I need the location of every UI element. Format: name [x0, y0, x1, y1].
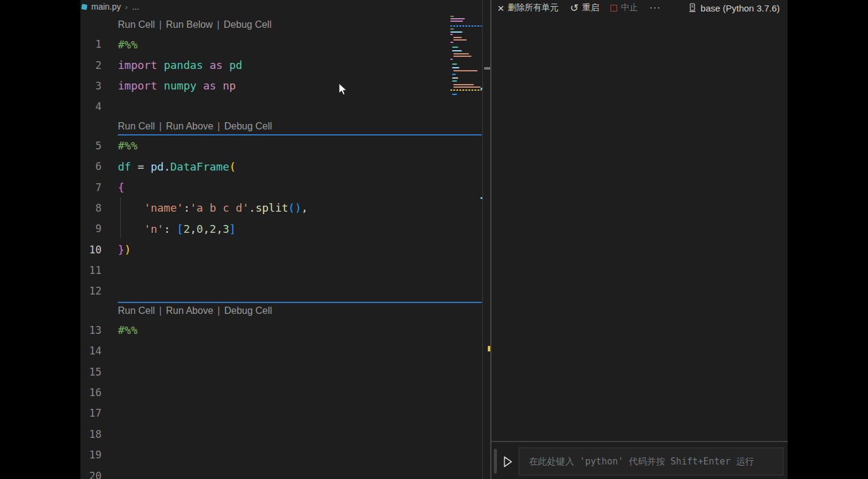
line-number[interactable]: 18 — [80, 428, 102, 440]
ellipsis-icon: ··· — [649, 2, 661, 13]
code-line[interactable]: 20 — [80, 465, 482, 479]
line-number[interactable]: 13 — [80, 324, 102, 336]
breadcrumb-symbol-ellipsis[interactable]: ... — [132, 2, 139, 11]
codelens-link-debug-cell[interactable]: Debug Cell — [224, 305, 272, 316]
editor-lines: Run Cell|Run Below|Debug Cell1#%%2import… — [80, 16, 482, 479]
codelens-link-run-cell[interactable]: Run Cell — [118, 19, 155, 30]
minimap-mark — [450, 21, 463, 22]
codelens-link-run-above[interactable]: Run Above — [166, 121, 213, 132]
code-line[interactable]: 16 — [80, 382, 482, 403]
code-text[interactable]: 'n': [2,0,2,3] — [118, 223, 236, 235]
codelens-link-run-cell[interactable]: Run Cell — [118, 121, 155, 132]
kernel-selector[interactable]: base (Python 3.7.6) — [688, 3, 780, 13]
kernel-icon — [688, 3, 696, 13]
minimap-mark — [453, 86, 481, 88]
line-number[interactable]: 10 — [80, 244, 102, 256]
line-number[interactable]: 5 — [80, 140, 102, 152]
code-text[interactable]: import pandas as pd — [118, 59, 242, 71]
input-scrollbar[interactable] — [494, 449, 497, 474]
code-line[interactable]: 3import numpy as np — [80, 76, 482, 96]
code-line[interactable]: 10}) — [80, 240, 482, 260]
minimap[interactable] — [450, 15, 482, 215]
indent-guide — [120, 197, 121, 238]
code-line[interactable]: 19 — [80, 445, 482, 465]
minimap-mark — [453, 39, 467, 41]
code-line[interactable]: 6df = pd.DataFrame( — [80, 156, 482, 177]
code-text[interactable]: df = pd.DataFrame( — [118, 160, 236, 173]
minimap-mark — [450, 18, 465, 19]
line-number[interactable]: 20 — [80, 470, 102, 479]
line-number[interactable]: 15 — [80, 366, 102, 378]
line-number[interactable]: 8 — [80, 202, 102, 214]
restart-kernel-button[interactable]: ↺ 重启 — [570, 2, 599, 13]
code-text[interactable]: { — [118, 181, 125, 194]
code-line[interactable]: 14 — [80, 341, 482, 361]
minimap-mark — [453, 53, 469, 54]
line-number[interactable]: 19 — [80, 449, 102, 461]
code-line[interactable]: 17 — [80, 403, 482, 423]
code-line[interactable]: 15 — [80, 361, 482, 382]
run-code-button[interactable] — [503, 455, 513, 468]
line-number[interactable]: 2 — [80, 59, 102, 71]
interrupt-kernel-button[interactable]: 中止 — [611, 2, 638, 13]
line-number[interactable]: 16 — [80, 386, 102, 399]
code-text[interactable]: import numpy as np — [118, 79, 236, 92]
line-number[interactable]: 17 — [80, 407, 102, 419]
codelens-separator: | — [217, 19, 219, 30]
cell-divider — [118, 302, 482, 303]
restart-icon: ↺ — [570, 3, 578, 13]
delete-all-cells-button[interactable]: × 删除所有单元 — [497, 2, 559, 14]
interrupt-label: 中止 — [621, 2, 638, 13]
breadcrumb[interactable]: main.py › ... — [80, 0, 139, 13]
more-actions-button[interactable]: ··· — [649, 2, 661, 13]
line-number[interactable]: 1 — [80, 38, 102, 50]
stop-icon — [611, 5, 617, 11]
panel-toolbar: × 删除所有单元 ↺ 重启 中止 ··· base — [491, 0, 788, 16]
code-line[interactable]: 8 'name':'a b c d'.split(), — [80, 198, 482, 218]
line-number[interactable]: 4 — [80, 100, 102, 112]
code-line[interactable]: 12 — [80, 281, 482, 301]
codelens-separator: | — [218, 121, 220, 132]
overview-ruler[interactable] — [482, 0, 491, 479]
codelens-link-run-below[interactable]: Run Below — [166, 19, 213, 30]
line-number[interactable]: 14 — [80, 345, 102, 357]
codelens-link-debug-cell[interactable]: Debug Cell — [224, 19, 271, 30]
mouse-cursor — [338, 83, 348, 96]
codelens-link-debug-cell[interactable]: Debug Cell — [224, 121, 272, 132]
code-line[interactable]: 1#%% — [80, 34, 482, 54]
line-number[interactable]: 12 — [80, 285, 102, 297]
code-text[interactable]: #%% — [118, 324, 138, 336]
minimap-mark — [450, 16, 454, 17]
minimap-mark — [450, 28, 454, 30]
code-line[interactable]: 13#%% — [80, 320, 482, 341]
line-number[interactable]: 6 — [80, 160, 102, 172]
line-number[interactable]: 3 — [80, 80, 102, 92]
line-number[interactable]: 11 — [80, 264, 102, 276]
code-line[interactable]: 2import pandas as pd — [80, 54, 482, 75]
code-line[interactable]: 4 — [80, 96, 482, 117]
code-text[interactable]: }) — [118, 243, 131, 256]
minimap-mark — [450, 25, 482, 27]
code-line[interactable]: 7{ — [80, 177, 482, 197]
minimap-mark — [453, 37, 462, 38]
codelens-link-run-cell[interactable]: Run Cell — [118, 305, 155, 316]
code-line[interactable]: 18 — [80, 424, 482, 445]
line-number[interactable]: 9 — [80, 223, 102, 235]
code-line[interactable]: 5#%% — [80, 135, 482, 156]
restart-label: 重启 — [582, 2, 599, 13]
code-line[interactable]: 11 — [80, 260, 482, 281]
codelens-separator: | — [159, 19, 161, 30]
codelens: Run Cell|Run Above|Debug Cell — [80, 117, 482, 135]
minimap-mark — [453, 70, 478, 71]
minimap-mark — [450, 59, 453, 60]
minimap-mark — [450, 31, 462, 33]
code-text[interactable]: #%% — [118, 139, 138, 152]
code-text[interactable]: 'name':'a b c d'.split(), — [118, 201, 308, 214]
breadcrumb-filename[interactable]: main.py — [91, 2, 121, 11]
minimap-mark — [450, 90, 482, 91]
code-input-field[interactable]: 在此处键入 'python' 代码并按 Shift+Enter 运行 — [519, 448, 783, 475]
code-line[interactable]: 9 'n': [2,0,2,3] — [80, 218, 482, 239]
codelens-link-run-above[interactable]: Run Above — [166, 305, 213, 316]
line-number[interactable]: 7 — [80, 181, 102, 194]
code-text[interactable]: #%% — [118, 38, 138, 51]
